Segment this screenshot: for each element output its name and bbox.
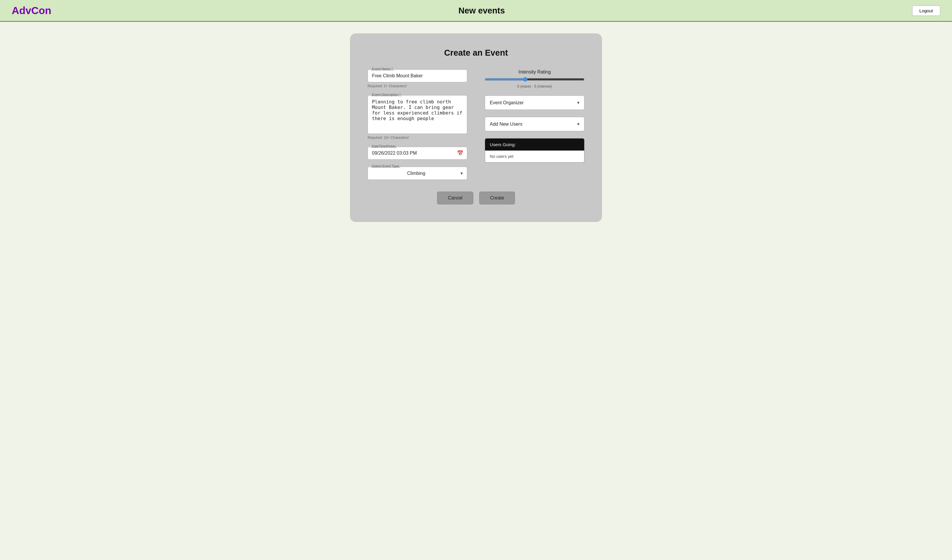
event-name-fieldset: Event Name * (368, 69, 467, 82)
create-button[interactable]: Create (479, 191, 515, 204)
event-name-group: Event Name * Required: 2+ Characters! (368, 69, 467, 88)
event-type-label: Select Event Type (371, 164, 400, 168)
left-column: Event Name * Required: 2+ Characters! Ev… (368, 69, 467, 180)
add-new-users-label: Add New Users (490, 122, 522, 127)
event-description-fieldset: Event Description * Planning to free cli… (368, 95, 467, 134)
event-organizer-arrow: ▾ (577, 100, 580, 105)
datetime-group: DateTimePicker 📅 (368, 147, 467, 160)
event-name-hint: Required: 2+ Characters! (368, 84, 467, 88)
users-going-body: No users yet (485, 151, 584, 162)
datetime-label: DateTimePicker (371, 144, 397, 148)
event-type-arrow: ▾ (461, 170, 463, 176)
event-organizer-dropdown[interactable]: Event Organizer ▾ (485, 96, 584, 110)
cancel-button[interactable]: Cancel (437, 191, 473, 204)
form-card: Create an Event Event Name * Required: 2… (350, 33, 602, 222)
datetime-fieldset: DateTimePicker 📅 (368, 147, 467, 160)
page-title: New events (458, 6, 505, 15)
datetime-input[interactable] (372, 149, 463, 156)
add-new-users-arrow: ▾ (577, 121, 580, 127)
event-type-fieldset: Select Event Type Hiking Climbing Kayaki… (368, 167, 467, 180)
intensity-section: Intensity Rating 0 (ease) - 5 (intense) (485, 69, 584, 88)
intensity-slider[interactable] (485, 77, 584, 82)
event-type-select[interactable]: Hiking Climbing Kayaking Cycling Running (372, 171, 461, 176)
users-going-box: Users Going: No users yet (485, 138, 584, 162)
event-name-input[interactable] (372, 71, 463, 79)
form-body: Event Name * Required: 2+ Characters! Ev… (368, 69, 584, 180)
calendar-icon[interactable]: 📅 (457, 150, 464, 156)
logout-button[interactable]: Logout (912, 6, 940, 16)
app-header: AdvCon New events Logout (0, 0, 952, 22)
datetime-inner: 📅 (372, 149, 463, 156)
event-type-group: Select Event Type Hiking Climbing Kayaki… (368, 167, 467, 180)
event-description-label: Event Description * (371, 93, 402, 96)
right-column: Intensity Rating 0 (ease) - 5 (intense) … (485, 69, 584, 162)
add-new-users-dropdown[interactable]: Add New Users ▾ (485, 117, 584, 131)
intensity-label: Intensity Rating (485, 69, 584, 75)
main-content: Create an Event Event Name * Required: 2… (0, 22, 952, 239)
event-description-group: Event Description * Planning to free cli… (368, 95, 467, 140)
event-description-input[interactable]: Planning to free climb north Mount Baker… (372, 97, 463, 129)
event-name-label: Event Name * (371, 67, 394, 71)
form-title: Create an Event (368, 48, 584, 58)
app-logo: AdvCon (12, 5, 51, 16)
form-actions: Cancel Create (368, 191, 584, 204)
event-description-hint: Required: 10+ Characters! (368, 136, 467, 140)
event-type-inner: Hiking Climbing Kayaking Cycling Running… (372, 168, 463, 179)
event-organizer-label: Event Organizer (490, 100, 524, 105)
users-going-header: Users Going: (485, 139, 584, 151)
intensity-range-label: 0 (ease) - 5 (intense) (485, 84, 584, 88)
